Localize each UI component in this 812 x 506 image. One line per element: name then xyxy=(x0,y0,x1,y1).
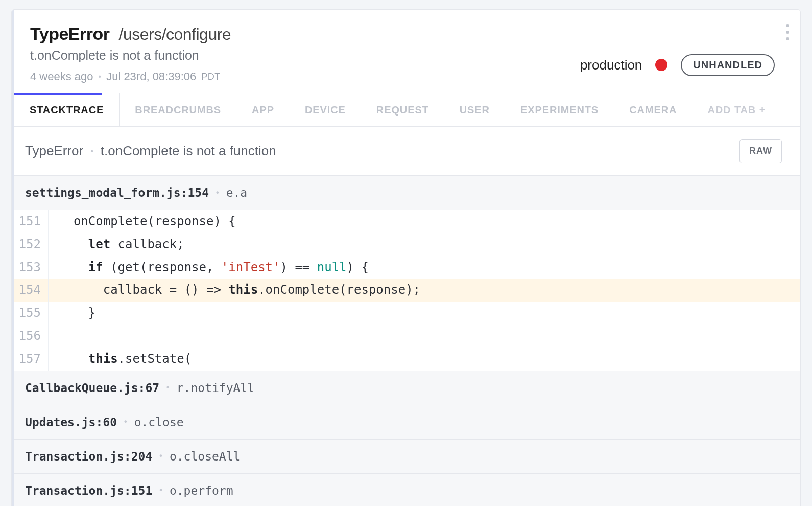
code-text: } xyxy=(49,302,800,325)
dot-separator-icon: • xyxy=(90,147,93,156)
subheader-type: TypeError xyxy=(25,143,83,159)
error-card: TypeError /users/configure t.onComplete … xyxy=(11,9,801,506)
stack-frame[interactable]: Transaction.js:204 • o.closeAll xyxy=(12,439,800,473)
frame-location: settings_modal_form.js:154 xyxy=(25,186,209,199)
line-number: 151 xyxy=(12,210,49,233)
raw-button[interactable]: RAW xyxy=(739,139,782,163)
code-text: if (get(response, 'inTest') == null) { xyxy=(49,256,800,279)
frame-function: o.close xyxy=(134,416,184,429)
code-text: callback = () => this.onComplete(respons… xyxy=(49,279,800,302)
active-tab-indicator xyxy=(14,93,102,95)
line-number: 157 xyxy=(12,348,49,371)
tab-experiments[interactable]: EXPERIMENTS xyxy=(505,93,614,126)
dot-separator-icon: • xyxy=(215,188,220,198)
error-type: TypeError xyxy=(30,24,109,44)
dot-separator-icon: • xyxy=(99,72,102,81)
stage-label: production xyxy=(580,57,642,73)
stack-frame[interactable]: Transaction.js:151 • o.perform xyxy=(12,473,800,506)
tab-device[interactable]: DEVICE xyxy=(290,93,361,126)
frame-location: Transaction.js:151 xyxy=(25,484,152,497)
code-text: onComplete(response) { xyxy=(49,210,800,233)
dot-separator-icon: • xyxy=(123,417,128,427)
tab-bar: STACKTRACE BREADCRUMBS APP DEVICE REQUES… xyxy=(14,93,800,127)
error-meta: 4 weeks ago • Jul 23rd, 08:39:06 PDT xyxy=(30,70,231,83)
dot-separator-icon: • xyxy=(165,383,171,393)
subheader-message: t.onComplete is not a function xyxy=(101,143,276,159)
error-timestamp: Jul 23rd, 08:39:06 xyxy=(106,70,196,83)
frame-location: Updates.js:60 xyxy=(25,416,117,429)
frame-location: CallbackQueue.js:67 xyxy=(25,381,159,395)
frame-function: e.a xyxy=(226,186,248,199)
tab-request[interactable]: REQUEST xyxy=(361,93,444,126)
frame-function: o.closeAll xyxy=(170,450,240,463)
tab-stacktrace[interactable]: STACKTRACE xyxy=(14,93,120,126)
line-number: 154 xyxy=(12,279,49,302)
frame-function: r.notifyAll xyxy=(177,381,254,395)
stack-frame[interactable]: settings_modal_form.js:154 • e.a xyxy=(12,175,800,210)
tab-user[interactable]: USER xyxy=(444,93,505,126)
stack-frame[interactable]: Updates.js:60 • o.close xyxy=(12,405,800,439)
dot-separator-icon: • xyxy=(158,451,163,461)
tab-breadcrumbs[interactable]: BREADCRUMBS xyxy=(120,93,236,126)
error-header: TypeError /users/configure t.onComplete … xyxy=(12,10,800,93)
line-number: 152 xyxy=(12,233,49,256)
line-number: 156 xyxy=(12,325,49,348)
handled-badge: UNHANDLED xyxy=(681,54,775,76)
stacktrace-subheader: TypeError • t.onComplete is not a functi… xyxy=(12,127,800,175)
code-block: 151 onComplete(response) { 152 let callb… xyxy=(12,210,800,371)
stack-frame[interactable]: CallbackQueue.js:67 • r.notifyAll xyxy=(12,371,800,405)
code-text: this.setState( xyxy=(49,348,800,371)
frame-location: Transaction.js:204 xyxy=(25,450,152,463)
error-age: 4 weeks ago xyxy=(30,70,93,83)
code-text xyxy=(49,325,800,348)
code-text: let callback; xyxy=(49,233,800,256)
error-timezone: PDT xyxy=(201,72,221,82)
frame-function: o.perform xyxy=(170,484,233,497)
tab-add[interactable]: ADD TAB + xyxy=(692,93,781,126)
error-context: /users/configure xyxy=(118,25,231,44)
line-number: 155 xyxy=(12,302,49,325)
error-message: t.onComplete is not a function xyxy=(30,48,231,63)
tab-app[interactable]: APP xyxy=(236,93,290,126)
dot-separator-icon: • xyxy=(158,486,163,495)
status-dot-icon xyxy=(655,59,667,71)
line-number: 153 xyxy=(12,256,49,279)
tab-camera[interactable]: CAMERA xyxy=(614,93,692,126)
